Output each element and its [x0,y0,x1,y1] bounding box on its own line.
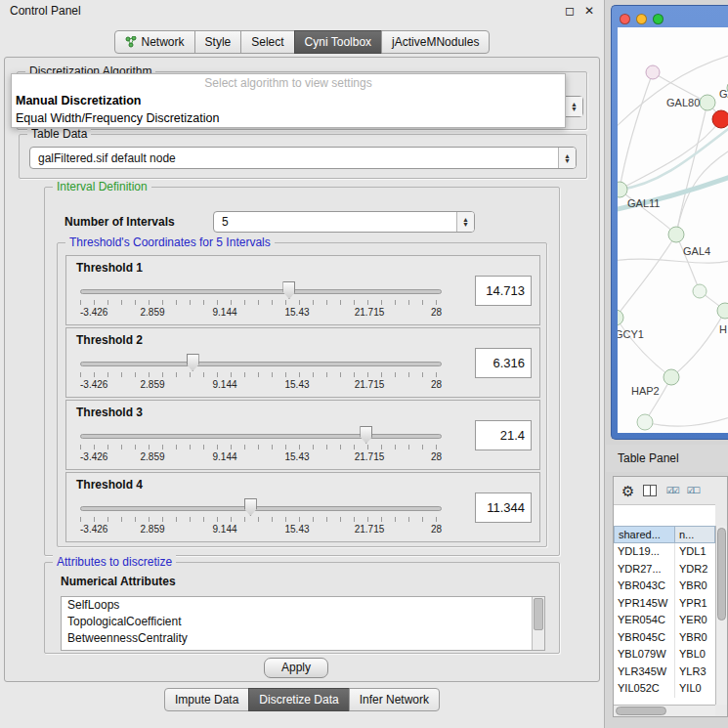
axis-tick-label: 21.715 [355,524,385,535]
threshold-value-field[interactable]: 11.344 [475,492,532,523]
network-canvas[interactable]: GAL80GAGAL11GAL4HGCY1HAP2 [618,27,728,433]
algorithm-item-equal-width[interactable]: Equal Width/Frequency Discretization [12,109,565,127]
table-row[interactable]: YLR345WYLR3 [614,664,715,681]
table-cell[interactable]: YER054C [614,612,675,629]
list-item[interactable]: TopologicalCoefficient [62,614,544,630]
slider-thumb[interactable] [187,354,199,371]
network-node[interactable] [618,310,623,325]
close-button[interactable] [620,14,630,24]
algorithm-placeholder-item[interactable]: Select algorithm to view settings [12,74,565,92]
select-all-columns-icon[interactable]: ☑☑ [665,487,677,495]
table-row[interactable]: YBR045CYBR0 [614,629,715,647]
float-window-icon[interactable]: ◻ [565,5,575,17]
columns-icon[interactable] [643,485,657,496]
network-node[interactable] [646,65,660,79]
tab-network[interactable]: Network [114,30,195,54]
network-graph: GAL80GAGAL11GAL4HGCY1HAP2 [618,27,728,433]
table-horizontal-scrollbar[interactable] [614,705,715,716]
window-traffic-lights [620,14,664,24]
table-panel-title: Table Panel [618,451,679,465]
column-header-shared-name[interactable]: shared... [614,526,675,543]
list-item[interactable]: SelfLoops [62,597,544,614]
network-node[interactable] [637,414,653,430]
number-of-intervals-combobox[interactable]: 5 ▲▼ [213,211,475,233]
table-empty-band [614,504,715,526]
tab-impute-data[interactable]: Impute Data [164,688,249,711]
axis-tick-label: 15.43 [284,524,309,535]
network-node[interactable] [712,110,728,128]
threshold-value-field[interactable]: 14.713 [475,276,532,306]
bottom-tabbar: Impute Data Discretize Data Infer Networ… [0,688,604,711]
network-nodes[interactable]: GAL80GAGAL11GAL4HGCY1HAP2 [618,65,728,430]
table-row[interactable]: YPR145WYPR1 [614,595,715,613]
table-cell[interactable]: YBR043C [614,578,675,595]
threshold-label: Threshold 1 [76,261,143,275]
table-cell[interactable]: YBR045C [614,629,675,647]
edge [620,121,728,190]
tab-cyni-toolbox[interactable]: Cyni Toolbox [294,30,382,54]
gear-icon[interactable]: ⚙ [621,484,634,498]
apply-button[interactable]: Apply [264,658,328,678]
table-row[interactable]: YBL079WYBL0 [614,646,715,664]
table-row[interactable]: YDR27...YDR2 [614,561,715,578]
table-cell[interactable]: YLR3 [675,664,715,681]
unselect-columns-icon[interactable]: ☑☐ [687,487,699,495]
list-item[interactable]: BetweennessCentrality [62,630,544,647]
slider-thumb[interactable] [244,498,257,516]
threshold-slider[interactable]: -3.4262.8599.14415.4321.71528 [80,424,442,467]
list-scrollbar[interactable] [532,597,544,650]
table-cell[interactable]: YBR0 [675,578,715,595]
algorithm-dropdown-popup: Select algorithm to view settings Manual… [11,73,566,128]
scrollbar-thumb[interactable] [534,598,543,630]
table-cell[interactable]: YLR345W [614,664,675,681]
network-node[interactable] [668,227,684,242]
slider-track[interactable] [80,289,442,294]
tab-style[interactable]: Style [194,30,242,54]
table-row[interactable]: YER054CYER0 [614,612,715,629]
scrollbar-thumb[interactable] [616,707,666,715]
scrollbar-thumb[interactable] [717,528,726,621]
algorithm-item-manual[interactable]: Manual Discretization [12,92,565,109]
network-node[interactable] [717,303,728,319]
slider-track[interactable] [80,434,442,439]
table-cell[interactable]: YDL1 [675,543,715,561]
threshold-value-field[interactable]: 21.4 [475,420,532,450]
threshold-slider[interactable]: -3.4262.8599.14415.4321.71528 [80,352,442,395]
minimize-button[interactable] [636,14,647,24]
table-data-combobox[interactable]: galFiltered.sif default node ▲▼ [29,147,577,169]
slider-thumb[interactable] [360,426,372,444]
table-cell[interactable]: YER0 [675,612,715,629]
threshold-slider[interactable]: -3.4262.8599.14415.4321.71528 [80,279,442,322]
slider-track[interactable] [80,506,442,511]
table-row[interactable]: YIL052CYIL0 [614,680,715,698]
tab-jactivemodules[interactable]: jActiveMNodules [381,30,490,54]
table-cell[interactable]: YDR27... [614,561,675,578]
threshold-slider[interactable]: -3.4262.8599.14415.4321.71528 [80,496,442,539]
network-node[interactable] [700,95,715,110]
table-cell[interactable]: YIL052C [614,680,675,698]
table-cell[interactable]: YPR145W [614,595,675,613]
table-cell[interactable]: YPR1 [675,595,715,613]
network-node[interactable] [664,369,679,385]
table-cell[interactable]: YIL0 [675,680,715,698]
threshold-value-field[interactable]: 6.316 [475,348,532,378]
table-cell[interactable]: YBL079W [614,646,675,664]
table-cell[interactable]: YBR0 [675,629,715,647]
table-cell[interactable]: YDL19... [614,543,675,561]
slider-track[interactable] [80,362,442,366]
axis-tick-label: 9.144 [212,307,236,318]
table-cell[interactable]: YBL0 [675,646,715,664]
slider-thumb[interactable] [282,281,295,299]
zoom-button[interactable] [653,14,664,24]
threshold-panel-3: Threshold 3 -3.4262.8599.14415.4321.7152… [65,400,540,470]
table-row[interactable]: YBR043CYBR0 [614,578,715,595]
tab-infer-network[interactable]: Infer Network [349,688,440,711]
close-window-icon[interactable]: ✕ [584,5,594,17]
column-header-name[interactable]: n... [675,526,715,543]
tab-discretize-data[interactable]: Discretize Data [248,688,349,711]
table-cell[interactable]: YDR2 [675,561,715,578]
table-row[interactable]: YDL19...YDL1 [614,543,715,561]
tab-select[interactable]: Select [240,30,294,54]
table-vertical-scrollbar[interactable] [715,526,727,705]
network-node[interactable] [693,284,707,298]
